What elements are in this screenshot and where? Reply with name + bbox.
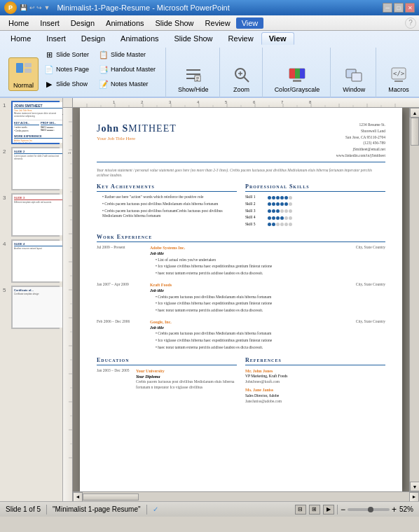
skill-dot — [268, 202, 271, 206]
achievement-bullet-3: Crebis pacem luctuous post divilibus for… — [102, 209, 237, 219]
scrollbar-horizontal[interactable]: ◄ ► — [73, 491, 419, 501]
showhide-label: Show/Hide — [178, 86, 209, 93]
status-bar: Slide 1 of 5 "Minimalist 1-page Resume" … — [0, 501, 419, 517]
tab-view[interactable]: View — [261, 32, 294, 45]
slide-panel[interactable]: 1 JOHN SMITHEET Your Job Title Here Miss… — [0, 98, 63, 501]
slide-canvas[interactable]: John SMITHEET Your Job Title Here 1234 R… — [80, 108, 402, 491]
notes-master-btn[interactable]: 📝 Notes Master — [95, 77, 160, 91]
work-location-2: City, State Country — [356, 282, 385, 288]
window-btn[interactable]: Window — [338, 62, 370, 97]
skill-dot — [289, 209, 292, 213]
slide-thumb-inner-1: JOHN SMITHEET Your Job Title Here Missio… — [13, 102, 63, 143]
zoom-minus-btn[interactable]: − — [341, 505, 345, 514]
skill-dot — [272, 209, 275, 213]
skill-dots-3 — [268, 209, 292, 213]
menu-slideshow[interactable]: Slide Show — [150, 18, 200, 29]
skill-dot — [268, 209, 271, 213]
work-company-2: Kraft Foods — [150, 282, 172, 288]
menu-review[interactable]: Review — [200, 18, 236, 29]
color-btn[interactable]: Color/Grayscale — [270, 62, 325, 97]
slide-master-btn[interactable]: 📋 Slide Master — [95, 48, 160, 62]
scroll-right-btn[interactable]: ► — [409, 492, 419, 502]
skill-dots-2 — [268, 202, 292, 206]
normal-btn-label: Normal — [13, 82, 34, 89]
work-details-1: Adobe Systems Inc. City, State Country J… — [150, 245, 385, 278]
edu-details-1: Your University Your Diploma Crebis pace… — [136, 368, 237, 391]
slideshow-status-btn[interactable]: ▶ — [323, 505, 334, 514]
tab-insert[interactable]: Insert — [39, 32, 74, 45]
menu-view[interactable]: View — [236, 18, 264, 29]
zoom-percent[interactable]: 52% — [399, 505, 413, 513]
ruler-horizontal: 1 2 3 4 5 — [73, 98, 419, 108]
zoom-plus-btn[interactable]: + — [392, 505, 397, 514]
ref-name-1: Mr. John Jones — [245, 368, 385, 374]
macros-btn[interactable]: </> Macros — [383, 62, 414, 97]
slide-thumb-4[interactable]: SLIDE 4 Another resume variant layout — [11, 239, 60, 283]
slide-thumb-2[interactable]: SLIDE 2 Lorem ipsum content for slide 2 … — [11, 147, 60, 190]
color-label: Color/Grayscale — [275, 86, 320, 93]
slide-thumb-1[interactable]: JOHN SMITHEET Your Job Title Here Missio… — [11, 101, 60, 144]
close-btn[interactable]: ✕ — [405, 3, 415, 13]
skill-label-1: Skill 1 — [245, 195, 265, 200]
window-controls[interactable]: ─ □ ✕ — [383, 3, 415, 13]
scroll-thumb-h[interactable] — [83, 493, 139, 500]
menu-animations[interactable]: Animations — [100, 18, 149, 29]
contact-linkedin: www.linkedin.com/in/jSmitheet — [336, 153, 385, 159]
slide-thumb-5[interactable]: Certificate of... Certificate template d… — [11, 286, 60, 329]
ref-name-2: Ms. Jane Janiss — [245, 387, 385, 393]
minimize-btn[interactable]: ─ — [383, 3, 392, 13]
handout-master-btn[interactable]: 📑 Handout Master — [95, 62, 160, 76]
normal-view-btn[interactable]: Normal — [8, 57, 39, 91]
zoom-btn[interactable]: Zoom — [227, 62, 256, 97]
office-logo: P — [4, 1, 17, 14]
contact-city: Shorewell Land — [336, 128, 385, 134]
menu-insert[interactable]: Insert — [34, 18, 65, 29]
scroll-track-v[interactable] — [410, 118, 419, 482]
skill-dot — [272, 202, 275, 206]
tab-animations[interactable]: Animations — [113, 32, 166, 45]
scroll-thumb-v[interactable] — [411, 118, 419, 146]
scroll-down-btn[interactable]: ▼ — [410, 482, 419, 491]
zoom-icon — [232, 65, 252, 85]
work-company-3: Google, Inc. — [150, 319, 172, 325]
slide-master-icon: 📋 — [99, 50, 109, 59]
skill-dots-4 — [268, 216, 292, 220]
achievement-bullet-2: Crebis pacem luctuous post divilibus Med… — [102, 202, 237, 207]
menu-home[interactable]: Home — [3, 18, 34, 29]
slide-number-3: 3 — [3, 195, 6, 201]
svg-rect-0 — [16, 63, 23, 73]
slide-workspace[interactable]: John SMITHEET Your Job Title Here 1234 R… — [73, 108, 409, 491]
zoom-slider[interactable]: − + — [341, 505, 397, 514]
slide-info: Slide 1 of 5 — [6, 505, 41, 513]
slide-thumb-3[interactable]: SLIDE 3 Different template style with re… — [11, 193, 60, 237]
scroll-track-h[interactable] — [83, 493, 409, 501]
skill-row-2: Skill 2 — [245, 202, 385, 207]
normal-view-status-btn[interactable]: ⊟ — [295, 505, 306, 514]
tab-home[interactable]: Home — [3, 32, 39, 45]
zoom-track[interactable] — [348, 508, 390, 511]
status-left: Slide 1 of 5 "Minimalist 1-page Resume" … — [6, 505, 158, 514]
scrollbar-vertical[interactable]: ▲ ▼ — [409, 108, 419, 491]
tab-slideshow[interactable]: Slide Show — [167, 32, 221, 45]
restore-btn[interactable]: □ — [394, 3, 404, 13]
notes-page-btn[interactable]: 📄 Notes Page — [40, 62, 93, 76]
name-prefix: J — [97, 123, 101, 134]
slide-sorter-status-btn[interactable]: ⊞ — [309, 505, 320, 514]
help-icon[interactable]: ? — [405, 18, 416, 29]
theme-name: "Minimalist 1-page Resume" — [53, 505, 140, 513]
scroll-left-btn[interactable]: ◄ — [73, 492, 83, 502]
tab-design[interactable]: Design — [74, 32, 113, 45]
tab-review[interactable]: Review — [221, 32, 261, 45]
ruler-vertical: 1 — [63, 108, 73, 501]
ruler-top-row: 1 2 3 4 5 — [63, 98, 419, 108]
resume-name: John SMITHEET — [97, 122, 177, 136]
slide-show-btn[interactable]: ▶ Slide Show — [40, 77, 93, 91]
work-dates-2: Jan 2007 – Apr 2009 — [97, 282, 147, 315]
slide-show-icon: ▶ — [44, 79, 54, 89]
slide-number-4: 4 — [3, 241, 6, 247]
skill-dot — [280, 202, 284, 206]
menu-design[interactable]: Design — [65, 18, 100, 29]
slide-sorter-btn[interactable]: ⊞ Slide Sorter — [40, 48, 93, 62]
zoom-thumb[interactable] — [368, 507, 373, 512]
showhide-btn[interactable]: Show/Hide — [173, 62, 214, 97]
